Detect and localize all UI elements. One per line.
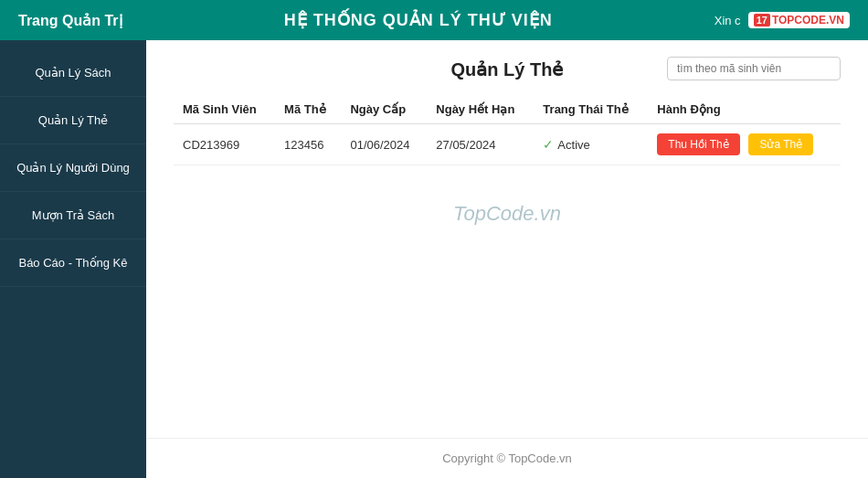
cell-ngay-cap: 01/06/2024 bbox=[341, 124, 427, 165]
status-label: Active bbox=[557, 138, 589, 152]
sidebar-item-quan-ly-nguoi-dung[interactable]: Quản Lý Người Dùng bbox=[0, 144, 146, 192]
cell-ma-sinh-vien: CD213969 bbox=[174, 124, 275, 165]
header-left-title: Trang Quản Trị bbox=[18, 12, 122, 29]
col-ngay-cap: Ngày Cấp bbox=[341, 95, 427, 124]
header-right: Xin c 17 TOPCODE.VN bbox=[715, 12, 850, 28]
col-hanh-dong: Hành Động bbox=[648, 95, 841, 124]
content-header: Quản Lý Thẻ bbox=[174, 58, 841, 80]
col-trang-thai: Trang Thái Thẻ bbox=[534, 95, 648, 124]
footer: Copyright © TopCode.vn bbox=[146, 438, 868, 478]
user-greeting: Xin c bbox=[715, 14, 741, 27]
cell-ngay-het-han: 27/05/2024 bbox=[427, 124, 534, 165]
sidebar-item-muon-tra-sach[interactable]: Mượn Trả Sách bbox=[0, 192, 146, 239]
col-ngay-het-han: Ngày Hết Hạn bbox=[427, 95, 534, 124]
col-ma-sinh-vien: Mã Sinh Viên bbox=[174, 95, 275, 124]
main-inner: Quản Lý Thẻ Mã Sinh Viên Mã Thẻ Ngày Cấp… bbox=[146, 40, 868, 438]
main-content: Quản Lý Thẻ Mã Sinh Viên Mã Thẻ Ngày Cấp… bbox=[146, 40, 868, 478]
header-center-title: HỆ THỐNG QUẢN LÝ THƯ VIỆN bbox=[284, 10, 553, 30]
thu-hoi-the-button[interactable]: Thu Hồi Thẻ bbox=[657, 133, 739, 155]
logo-badge-number: 17 bbox=[754, 14, 770, 27]
status-active-wrap: ✓ Active bbox=[543, 137, 639, 152]
sidebar-item-quan-ly-the[interactable]: Quản Lý Thẻ bbox=[0, 97, 146, 144]
sidebar-item-quan-ly-sach[interactable]: Quản Lý Sách bbox=[0, 49, 146, 97]
cell-ma-the: 123456 bbox=[275, 124, 341, 165]
cell-trang-thai: ✓ Active bbox=[534, 124, 648, 165]
logo-badge-text: TOPCODE.VN bbox=[772, 14, 844, 27]
search-input[interactable] bbox=[667, 57, 841, 80]
sidebar-item-bao-cao-thong-ke[interactable]: Báo Cáo - Thống Kê bbox=[0, 239, 146, 287]
card-table: Mã Sinh Viên Mã Thẻ Ngày Cấp Ngày Hết Hạ… bbox=[174, 95, 841, 165]
watermark: TopCode.vn bbox=[174, 202, 841, 226]
table-row: CD213969 123456 01/06/2024 27/05/2024 ✓ … bbox=[174, 124, 841, 165]
page-title: Quản Lý Thẻ bbox=[451, 59, 564, 80]
check-icon: ✓ bbox=[543, 137, 554, 152]
col-ma-the: Mã Thẻ bbox=[275, 95, 341, 124]
sidebar: Quản Lý Sách Quản Lý Thẻ Quản Lý Người D… bbox=[0, 40, 146, 478]
layout: Quản Lý Sách Quản Lý Thẻ Quản Lý Người D… bbox=[0, 40, 868, 478]
table-header-row: Mã Sinh Viên Mã Thẻ Ngày Cấp Ngày Hết Hạ… bbox=[174, 95, 841, 124]
logo-badge: 17 TOPCODE.VN bbox=[748, 12, 850, 28]
header: Trang Quản Trị HỆ THỐNG QUẢN LÝ THƯ VIỆN… bbox=[0, 0, 868, 40]
search-wrap bbox=[667, 57, 841, 80]
cell-hanh-dong: Thu Hồi Thẻ Sửa Thẻ bbox=[648, 124, 841, 165]
sua-the-button[interactable]: Sửa Thẻ bbox=[748, 133, 813, 155]
